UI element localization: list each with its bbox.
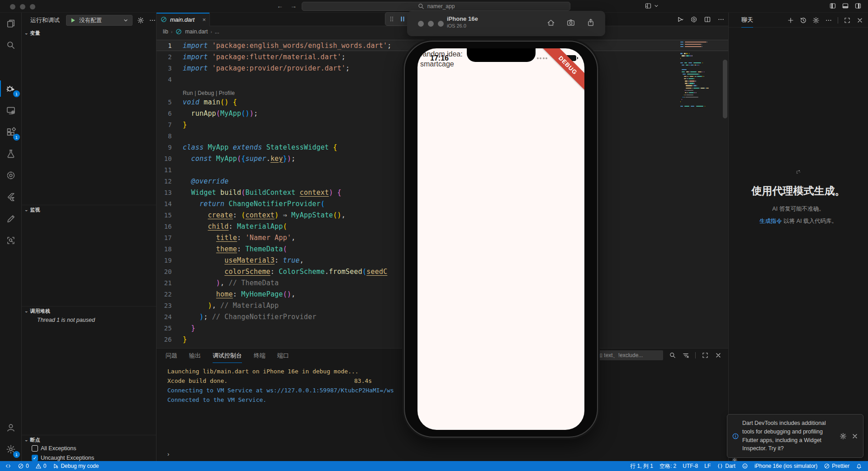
breakpoint-item[interactable]: All Exceptions — [32, 445, 76, 452]
tab-chat[interactable]: 聊天 — [741, 13, 753, 28]
chevron-down-icon — [653, 2, 660, 9]
activity-item-remote-explorer[interactable] — [0, 99, 22, 121]
gear-icon[interactable] — [137, 17, 144, 24]
traffic-light-close[interactable] — [10, 4, 15, 9]
more-actions-icon[interactable] — [825, 17, 832, 24]
statusbar-item-remote[interactable] — [2, 461, 14, 471]
activity-item-explorer[interactable] — [0, 13, 22, 34]
panel-tab-终端[interactable]: 终端 — [254, 349, 266, 363]
statusbar-item-debug-my-code[interactable]: Debug my code — [49, 461, 102, 471]
activity-item-edit[interactable] — [0, 208, 22, 230]
panel-tab-问题[interactable]: 问题 — [166, 349, 177, 363]
checkbox-unchecked[interactable] — [32, 445, 38, 452]
generate-instructions-link[interactable]: 生成指令 — [759, 218, 782, 224]
panel-tab-端口[interactable]: 端口 — [277, 349, 289, 363]
run-or-debug-icon[interactable] — [677, 16, 684, 23]
activity-item-account[interactable] — [0, 417, 22, 438]
activity-bar: 11 1 — [0, 13, 22, 461]
debug-toolbar[interactable] — [385, 12, 410, 26]
minimap-line — [680, 48, 716, 49]
statusbar-item-prettier[interactable]: Prettier — [821, 461, 853, 471]
activity-item-debug[interactable]: 1 — [0, 78, 22, 99]
iphone-simulator[interactable]: A random idea: smartcage 17:16 DEBUG — [404, 41, 598, 438]
play-icon[interactable] — [69, 17, 76, 24]
toggle-secondary-sidebar-icon[interactable] — [854, 2, 862, 9]
more-actions-icon[interactable] — [149, 17, 156, 24]
statusbar-item-bell[interactable] — [853, 461, 865, 471]
breadcrumb-item[interactable]: ... — [215, 28, 219, 35]
maximize-panel-icon[interactable] — [702, 352, 709, 359]
command-center-search[interactable]: namer_app — [302, 2, 570, 11]
statusbar-item-0[interactable]: 0 — [32, 461, 50, 471]
sim-window-dot[interactable] — [428, 21, 434, 27]
line-number: 13 — [157, 189, 183, 196]
statusbar-item-lf[interactable]: LF — [701, 461, 714, 471]
section-variables[interactable]: ⌄变量 — [22, 28, 156, 38]
gear-icon[interactable] — [812, 17, 820, 24]
pause-icon[interactable] — [399, 15, 406, 23]
breakpoint-item[interactable]: ✓Uncaught Exceptions — [32, 455, 94, 461]
panel-tab-调试控制台[interactable]: 调试控制台 — [213, 349, 242, 363]
section-watch[interactable]: ⌄监视 — [22, 205, 156, 215]
debug-config-select[interactable]: 没有配置 — [66, 15, 133, 26]
tab-main-dart[interactable]: main.dart × — [157, 13, 210, 26]
statusbar-item-iphone-16e-ios-simulator-[interactable]: iPhone 16e (ios simulator) — [751, 461, 821, 471]
notification-close-icon[interactable] — [851, 419, 859, 453]
tab-close-icon[interactable]: × — [202, 16, 206, 23]
activity-item-source-control[interactable] — [0, 56, 22, 78]
activity-item-flutter[interactable] — [0, 186, 22, 208]
statusbar-item--1-1[interactable]: 行 1, 列 1 — [627, 461, 656, 471]
console-input-caret[interactable]: › — [167, 451, 169, 457]
traffic-light-minimize[interactable] — [20, 4, 25, 9]
editor-scrollbar[interactable] — [723, 60, 727, 118]
clear-console-icon[interactable] — [682, 352, 689, 359]
traffic-light-zoom[interactable] — [30, 4, 35, 9]
statusbar-item-utf-8[interactable]: UTF-8 — [679, 461, 701, 471]
customize-layout-button[interactable] — [645, 2, 660, 9]
notification-gear-icon[interactable] — [840, 419, 847, 453]
maximize-chat-icon[interactable] — [844, 17, 851, 24]
more-actions-icon[interactable] — [717, 16, 725, 23]
toggle-panel-icon[interactable] — [842, 2, 849, 9]
screenshot-icon[interactable] — [566, 18, 575, 27]
checkbox-checked[interactable]: ✓ — [32, 455, 38, 461]
toggle-sidebar-icon[interactable] — [829, 2, 836, 9]
split-editor-icon[interactable] — [704, 16, 711, 23]
panel-tab-输出[interactable]: 输出 — [189, 349, 201, 363]
new-chat-icon[interactable] — [787, 17, 794, 24]
section-breakpoints[interactable]: ⌄断点 — [22, 435, 156, 445]
breadcrumb-item[interactable]: main.dart — [185, 28, 208, 35]
openai-icon[interactable] — [690, 16, 697, 23]
activity-item-openai[interactable] — [0, 165, 22, 186]
activity-item-settings[interactable]: 1 — [0, 438, 22, 460]
history-back-button[interactable]: ← — [277, 2, 283, 9]
close-panel-icon[interactable] — [715, 352, 722, 359]
statusbar-item-0[interactable]: 0 — [14, 461, 32, 471]
search-icon[interactable] — [669, 352, 676, 359]
activity-item-search-editor[interactable] — [0, 230, 22, 251]
home-icon[interactable] — [546, 18, 555, 27]
close-chat-icon[interactable] — [856, 17, 863, 24]
activity-item-extensions[interactable]: 1 — [0, 121, 22, 143]
code-text: import 'package:english_words/english_wo… — [183, 42, 392, 50]
history-forward-button[interactable]: → — [290, 2, 297, 9]
drag-grip-icon[interactable] — [388, 15, 395, 23]
share-icon[interactable] — [586, 18, 595, 27]
breadcrumb-item[interactable]: lib — [163, 28, 168, 35]
console-filter-input[interactable]: (例如 text、!exclude... — [587, 350, 663, 360]
activity-item-testing[interactable] — [0, 143, 22, 165]
debug-alt-icon — [52, 463, 59, 469]
statusbar-item--2[interactable]: 空格: 2 — [656, 461, 679, 471]
section-call-stack[interactable]: ⌄调用堆栈 — [22, 306, 156, 316]
sim-window-dot[interactable] — [438, 21, 444, 27]
statusbar-item-feedback[interactable] — [739, 461, 751, 471]
sim-window-dot[interactable] — [418, 21, 424, 27]
app-screen[interactable]: A random idea: smartcage 17:16 DEBUG — [417, 48, 584, 430]
simulator-window-titlebar[interactable]: iPhone 16e iOS 26.0 — [407, 11, 605, 36]
minimap[interactable] — [680, 42, 716, 108]
activity-item-search[interactable] — [0, 34, 22, 56]
chat-history-icon[interactable] — [800, 17, 807, 24]
code-text: theme: ThemeData( — [183, 245, 287, 253]
statusbar-item-dart[interactable]: Dart — [714, 461, 739, 471]
minimap-line — [680, 44, 716, 45]
